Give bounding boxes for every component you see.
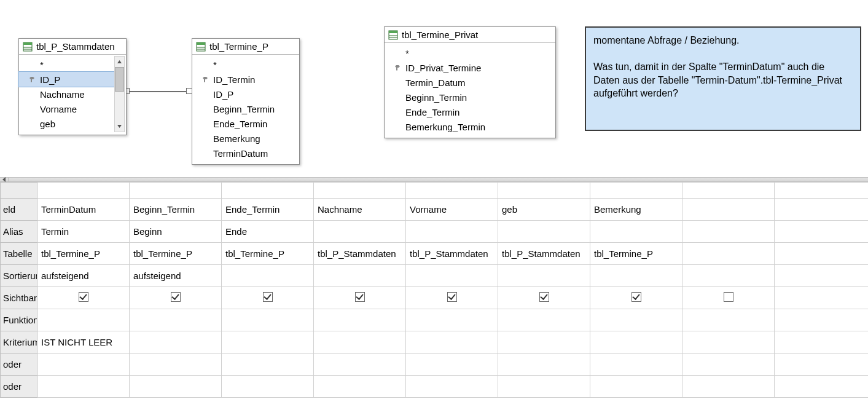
row-header[interactable]: Funktion — [1, 309, 37, 331]
grid-cell[interactable]: tbl_Termine_P — [222, 243, 314, 265]
grid-cell[interactable] — [682, 287, 775, 309]
grid-cell[interactable]: Nachname — [314, 199, 406, 221]
field-item[interactable]: ID_Termin — [192, 72, 299, 87]
visible-checkbox[interactable] — [171, 292, 181, 302]
field-item[interactable]: TerminDatum — [192, 146, 299, 160]
grid-cell[interactable]: aufsteigend — [37, 265, 130, 287]
field-item[interactable]: geb — [19, 116, 114, 131]
field-item[interactable]: * — [19, 57, 114, 72]
grid-cell[interactable]: tbl_P_Stammdaten — [498, 243, 590, 265]
grid-cell[interactable] — [130, 354, 222, 376]
grid-cell[interactable] — [590, 221, 682, 243]
grid-cell[interactable] — [775, 265, 869, 287]
scroll-up-icon[interactable] — [115, 57, 124, 67]
field-item[interactable]: ID_P — [19, 72, 114, 87]
grid-cell[interactable]: tbl_Termine_P — [590, 243, 682, 265]
grid-cell[interactable] — [37, 287, 130, 309]
grid-cell[interactable] — [682, 354, 775, 376]
grid-cell[interactable] — [406, 309, 498, 331]
grid-cell[interactable] — [775, 354, 869, 376]
scroll-left-icon[interactable] — [0, 178, 9, 181]
grid-cell[interactable] — [37, 376, 130, 398]
visible-checkbox[interactable] — [79, 292, 88, 302]
visible-checkbox[interactable] — [724, 292, 733, 302]
grid-cell[interactable] — [590, 354, 682, 376]
column-header[interactable] — [590, 183, 682, 199]
field-item[interactable]: Beginn_Termin — [192, 101, 299, 116]
grid-cell[interactable] — [406, 354, 498, 376]
table-titlebar[interactable]: tbl_Termine_P — [192, 39, 299, 55]
grid-cell[interactable] — [682, 221, 775, 243]
row-header[interactable]: Kriterium — [1, 331, 37, 354]
grid-cell[interactable] — [314, 376, 406, 398]
column-header[interactable] — [222, 183, 314, 199]
grid-cell[interactable] — [130, 287, 222, 309]
field-item[interactable]: Termin_Datum — [385, 75, 555, 90]
field-item[interactable]: * — [385, 45, 555, 60]
grid-cell[interactable] — [406, 221, 498, 243]
grid-cell[interactable] — [222, 287, 314, 309]
grid-cell[interactable]: Beginn — [130, 221, 222, 243]
grid-cell[interactable] — [222, 309, 314, 331]
grid-cell[interactable]: Ende — [222, 221, 314, 243]
query-design-grid[interactable]: eld TerminDatum Beginn_Termin Ende_Termi… — [0, 182, 868, 398]
visible-checkbox[interactable] — [355, 292, 365, 302]
scroll-thumb[interactable] — [115, 67, 124, 92]
visible-checkbox[interactable] — [447, 292, 457, 302]
field-item[interactable]: * — [192, 57, 299, 72]
grid-cell[interactable] — [682, 331, 775, 354]
grid-cell[interactable] — [222, 331, 314, 354]
grid-cell[interactable] — [498, 287, 590, 309]
column-header[interactable] — [37, 183, 130, 199]
grid-cell[interactable]: IST NICHT LEER — [37, 331, 130, 354]
column-header[interactable] — [498, 183, 590, 199]
table-box-stammdaten[interactable]: tbl_P_Stammdaten * ID_P Nachname Vorname… — [18, 38, 127, 135]
row-header[interactable]: Sortierung — [1, 265, 37, 287]
grid-cell[interactable] — [682, 309, 775, 331]
pane-splitter[interactable] — [0, 177, 868, 182]
grid-cell[interactable] — [314, 354, 406, 376]
field-item[interactable]: Beginn_Termin — [385, 90, 555, 105]
grid-cell[interactable]: geb — [498, 199, 590, 221]
field-item[interactable]: Ende_Termin — [385, 105, 555, 119]
grid-cell[interactable]: Ende_Termin — [222, 199, 314, 221]
grid-cell[interactable] — [406, 376, 498, 398]
row-header[interactable] — [1, 183, 37, 199]
grid-cell[interactable] — [222, 265, 314, 287]
grid-cell[interactable] — [498, 376, 590, 398]
grid-cell[interactable]: aufsteigend — [130, 265, 222, 287]
grid-cell[interactable] — [590, 331, 682, 354]
scroll-track[interactable] — [115, 67, 124, 121]
visible-checkbox[interactable] — [631, 292, 641, 302]
grid-cell[interactable]: Beginn_Termin — [130, 199, 222, 221]
grid-cell[interactable]: Bemerkung — [590, 199, 682, 221]
grid-cell[interactable] — [314, 221, 406, 243]
row-header[interactable]: Tabelle — [1, 243, 37, 265]
column-header[interactable] — [314, 183, 406, 199]
grid-cell[interactable]: Termin — [37, 221, 130, 243]
field-item[interactable]: Bemerkung_Termin — [385, 119, 555, 134]
field-item[interactable]: ID_Privat_Termine — [385, 60, 555, 75]
grid-cell[interactable]: tbl_Termine_P — [37, 243, 130, 265]
grid-cell[interactable] — [590, 287, 682, 309]
grid-cell[interactable] — [37, 309, 130, 331]
grid-cell[interactable] — [498, 354, 590, 376]
grid-cell[interactable]: tbl_Termine_P — [130, 243, 222, 265]
grid-cell[interactable]: Vorname — [406, 199, 498, 221]
grid-cell[interactable] — [222, 376, 314, 398]
visible-checkbox[interactable] — [263, 292, 273, 302]
grid-cell[interactable] — [130, 376, 222, 398]
field-item[interactable]: ID_P — [192, 87, 299, 101]
grid-cell[interactable] — [775, 243, 869, 265]
scrollbar[interactable] — [114, 56, 125, 132]
column-header[interactable] — [775, 183, 869, 199]
grid-cell[interactable] — [314, 287, 406, 309]
row-header[interactable]: eld — [1, 199, 37, 221]
grid-cell[interactable] — [130, 309, 222, 331]
grid-cell[interactable]: tbl_P_Stammdaten — [406, 243, 498, 265]
table-box-termine-p[interactable]: tbl_Termine_P * ID_Termin ID_P Beginn_Te… — [192, 38, 300, 165]
table-titlebar[interactable]: tbl_Termine_Privat — [385, 27, 555, 43]
grid-cell[interactable] — [314, 331, 406, 354]
row-header[interactable]: Sichtbar — [1, 287, 37, 309]
field-item[interactable]: Ende_Termin — [192, 116, 299, 131]
